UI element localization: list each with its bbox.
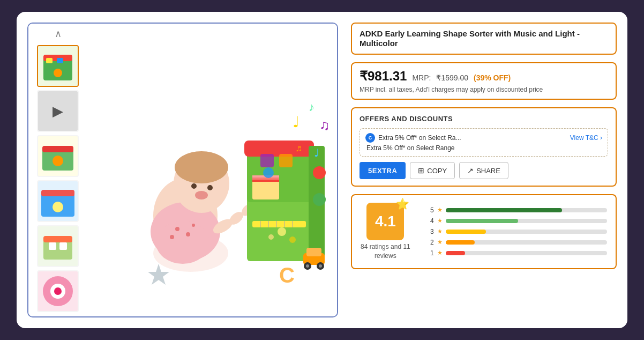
- rating-bar-row: 4 ★: [423, 217, 607, 225]
- svg-point-29: [170, 235, 174, 239]
- svg-point-73: [319, 264, 322, 268]
- svg-text:♬: ♬: [295, 143, 303, 153]
- product-title: ADKD Early Learning Shape Sorter with Mu…: [360, 29, 580, 48]
- view-tc-link[interactable]: View T&C ›: [570, 134, 602, 142]
- price-main: ₹981.31: [360, 69, 407, 84]
- svg-point-34: [207, 185, 213, 190]
- bar-star-icon: ★: [437, 249, 443, 256]
- copy-icon: ⊞: [418, 166, 424, 175]
- offer-card: C Extra 5% Off* on Select Ra... View T&C…: [360, 128, 608, 157]
- rating-bars: 5 ★ 4 ★ 3 ★ 2 ★ 1 ★: [423, 206, 607, 257]
- copy-label: COPY: [427, 167, 447, 175]
- svg-point-26: [156, 221, 209, 264]
- svg-point-22: [54, 287, 62, 295]
- rating-bar-row: 3 ★: [423, 228, 607, 235]
- svg-rect-16: [43, 236, 72, 242]
- bar-track: [446, 240, 607, 245]
- svg-point-5: [54, 69, 62, 77]
- title-box: ADKD Early Learning Shape Sorter with Mu…: [351, 23, 617, 55]
- svg-point-52: [313, 193, 326, 206]
- svg-rect-17: [49, 242, 56, 250]
- bar-label: 2: [423, 239, 434, 246]
- svg-text:♩: ♩: [293, 114, 299, 130]
- rating-badge: 4.1 ⭐: [366, 203, 404, 240]
- offers-box: OFFERS AND DISCOUNTS C Extra 5% Off* on …: [351, 107, 617, 187]
- svg-point-33: [191, 183, 197, 189]
- rating-bar-row: 2 ★: [423, 239, 607, 246]
- mrp-label: MRP:: [412, 73, 431, 82]
- svg-point-61: [289, 236, 296, 243]
- svg-point-13: [53, 202, 63, 212]
- svg-rect-8: [42, 146, 73, 152]
- svg-point-28: [186, 232, 190, 236]
- product-card: ∧ ▶: [17, 12, 627, 328]
- bar-track: [446, 230, 607, 234]
- svg-point-35: [195, 191, 208, 199]
- bar-track: [446, 251, 607, 255]
- svg-rect-47: [252, 178, 279, 180]
- ratings-box: 4.1 ⭐ 84 ratings and 11 reviews 5 ★ 4 ★ …: [351, 194, 617, 269]
- svg-rect-48: [260, 154, 274, 167]
- image-panel: ∧ ▶: [27, 23, 338, 317]
- price-discount: (39% OFF): [474, 73, 511, 82]
- copy-button[interactable]: ⊞ COPY: [410, 162, 455, 179]
- rating-count: 84 ratings and 11 reviews: [361, 242, 410, 261]
- svg-rect-12: [41, 190, 74, 196]
- bar-fill: [446, 208, 562, 212]
- thumbnail-3[interactable]: [37, 135, 79, 177]
- svg-point-51: [313, 166, 326, 179]
- price-note: MRP incl. all taxes, Add'l charges may a…: [360, 86, 608, 93]
- svg-rect-42: [244, 141, 314, 157]
- svg-text:♩: ♩: [314, 147, 319, 159]
- thumbnail-1[interactable]: [37, 45, 79, 87]
- thumbnail-column: ∧ ▶: [28, 24, 87, 316]
- thumbnail-4[interactable]: [37, 180, 79, 222]
- share-label: SHARE: [476, 167, 500, 175]
- svg-point-9: [53, 156, 63, 166]
- svg-point-32: [175, 151, 228, 183]
- svg-point-30: [192, 224, 195, 227]
- svg-rect-18: [59, 242, 67, 250]
- offer-text: Extra 5% Off* on Select Ra...: [378, 134, 461, 142]
- rating-bar-row: 1 ★: [423, 249, 607, 257]
- bar-label: 1: [423, 249, 434, 257]
- svg-text:♪: ♪: [309, 100, 314, 114]
- svg-rect-4: [57, 58, 63, 63]
- bar-track: [446, 219, 607, 223]
- coupon-code-button[interactable]: 5EXTRA: [360, 162, 406, 179]
- rating-summary: 4.1 ⭐ 84 ratings and 11 reviews: [361, 203, 410, 261]
- bar-fill: [446, 251, 465, 255]
- svg-point-72: [306, 264, 309, 268]
- share-icon: ↗: [467, 166, 474, 175]
- price-box: ₹981.31 MRP: ₹1599.00 (39% OFF) MRP incl…: [351, 62, 617, 100]
- bar-star-icon: ★: [437, 228, 443, 235]
- main-image: ♩ ♪ ♫ ♬ ♩ C: [87, 24, 337, 316]
- svg-rect-49: [279, 154, 293, 167]
- thumb-scroll-up[interactable]: ∧: [55, 28, 62, 40]
- thumbnail-5[interactable]: [37, 225, 79, 267]
- svg-point-50: [263, 167, 274, 178]
- bar-track: [446, 208, 607, 212]
- offer-actions: 5EXTRA ⊞ COPY ↗ SHARE: [360, 162, 608, 179]
- bar-label: 3: [423, 228, 434, 235]
- bar-fill: [446, 240, 475, 245]
- share-button[interactable]: ↗ SHARE: [459, 162, 508, 179]
- bar-star-icon: ★: [437, 217, 443, 224]
- thumbnail-6[interactable]: [37, 270, 79, 312]
- svg-text:♫: ♫: [319, 117, 330, 133]
- right-panel: ADKD Early Learning Shape Sorter with Mu…: [351, 23, 617, 317]
- svg-point-27: [175, 227, 179, 231]
- bar-star-icon: ★: [437, 206, 443, 213]
- cred-logo: C: [365, 133, 375, 143]
- bar-label: 5: [423, 206, 434, 214]
- svg-point-59: [278, 227, 286, 236]
- rating-bar-row: 5 ★: [423, 206, 607, 214]
- offers-title: OFFERS AND DISCOUNTS: [360, 115, 608, 123]
- price-mrp: ₹1599.00: [436, 73, 468, 82]
- thumbnail-2[interactable]: ▶: [37, 90, 79, 132]
- svg-rect-3: [46, 58, 53, 63]
- star-icon: ⭐: [396, 197, 409, 210]
- svg-point-60: [268, 234, 274, 240]
- bar-fill: [446, 230, 486, 234]
- offer-subtext: Extra 5% Off* on Select Range: [366, 144, 602, 152]
